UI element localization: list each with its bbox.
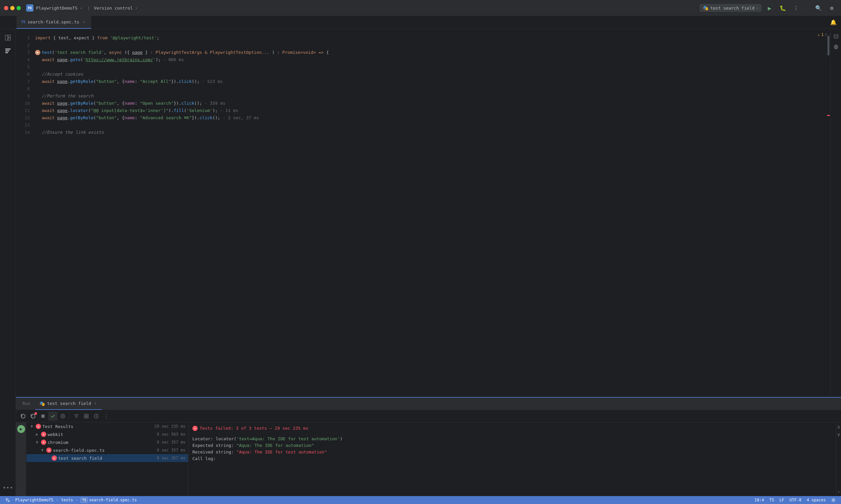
globe-icon[interactable]	[831, 42, 841, 52]
more-actions-button[interactable]: ⋮	[791, 3, 801, 13]
side-run-panel: ▶	[16, 422, 27, 496]
vc-dropdown[interactable]: ▾	[136, 6, 138, 10]
code-line-9: //Perform the search	[35, 92, 826, 100]
chromium-time: 9 sec 357 ms	[157, 440, 186, 445]
spec-fail-icon: ✕	[46, 448, 52, 453]
status-filetype[interactable]: TS	[767, 498, 776, 502]
run-config-dropdown[interactable]: ▾	[756, 6, 758, 10]
minimize-button[interactable]	[10, 6, 15, 10]
svg-rect-2	[8, 38, 11, 40]
expand-button[interactable]	[82, 412, 91, 421]
panel-tab-run[interactable]: Run	[18, 398, 34, 410]
code-line-3: ▶ test('test search field', async ({ pag…	[35, 49, 826, 56]
svg-point-17	[8, 500, 9, 502]
test-search-field[interactable]: ✕ test search field 9 sec 357 ms	[27, 454, 188, 462]
breakpoint-indicator[interactable]: ▶	[35, 50, 40, 55]
database-icon[interactable]	[831, 32, 841, 41]
code-line-6: //Accept cookies	[35, 71, 826, 78]
run-config-name: test search field	[710, 6, 754, 11]
code-line-1: import { test, expect } from '@playwrigh…	[35, 34, 826, 42]
toggle-root[interactable]: ▼	[29, 424, 34, 429]
sidebar-item-project[interactable]	[2, 32, 14, 43]
svg-point-18	[833, 499, 834, 501]
svg-rect-14	[87, 416, 88, 418]
code-line-10: await page.getByRole("button", {name: "O…	[35, 100, 826, 107]
warning-count: 1	[821, 32, 823, 37]
restart-button[interactable]	[18, 412, 28, 421]
panel-tab-close-button[interactable]: ✕	[93, 401, 98, 406]
status-breadcrumb-tests[interactable]: tests	[58, 496, 76, 504]
status-settings-icon[interactable]	[828, 498, 838, 502]
status-project[interactable]: PlaywrightDemoTS	[13, 496, 56, 504]
status-breadcrumb-file[interactable]: TS search-field.spec.ts	[78, 496, 139, 504]
run-configuration[interactable]: 🎭 test search field ▾	[700, 4, 762, 12]
done-button[interactable]	[48, 412, 57, 421]
tab-bar: TS search-field.spec.ts ✕ 🔔	[0, 16, 841, 29]
close-button[interactable]	[4, 6, 8, 10]
run-test-button[interactable]: ▶	[17, 425, 25, 433]
toggle-webkit[interactable]: ▶	[34, 432, 40, 437]
svg-rect-0	[5, 35, 7, 40]
sidebar-item-structure[interactable]	[2, 45, 14, 57]
app-name: PlaywrightDemoTS	[36, 6, 78, 11]
test-chromium[interactable]: ▼ ✕ chromium 9 sec 357 ms	[27, 438, 188, 446]
status-indentation-label: 4 spaces	[807, 498, 826, 502]
panel-tab-test-search[interactable]: 🎭 test search field ✕	[35, 398, 102, 410]
editor-container: 1 2 3 4 5 6 7 8 9 10 11 12 13 14 import …	[16, 29, 841, 397]
code-content[interactable]: import { test, expect } from '@playwrigh…	[32, 29, 826, 397]
svg-rect-4	[5, 51, 9, 52]
test-webkit[interactable]: ▶ ✕ webkit 9 sec 563 ms	[27, 430, 188, 438]
notification-button[interactable]: 🔔	[828, 18, 838, 28]
maximize-button[interactable]	[17, 6, 21, 10]
settings-button[interactable]: ⚙	[826, 3, 837, 13]
status-line-ending-label: LF	[779, 498, 784, 502]
svg-point-16	[6, 498, 7, 500]
time-button[interactable]	[91, 412, 101, 421]
editor-scrollbar[interactable]	[826, 29, 830, 397]
log-line-1: Locator: locator('text=Aqua: The IDE for…	[192, 436, 832, 442]
svg-rect-13	[84, 416, 86, 418]
scroll-down-button[interactable]: ∨	[837, 431, 840, 438]
filter-button[interactable]	[72, 412, 81, 421]
panel-toolbar: ⋮	[16, 410, 841, 422]
tab-close-button[interactable]: ✕	[81, 19, 87, 25]
app-name-dropdown[interactable]: ▾	[80, 6, 82, 10]
test-spec-file[interactable]: ▼ ✕ search-field.spec.ts 9 sec 357 ms	[27, 446, 188, 454]
version-control-label[interactable]: Version control	[94, 6, 133, 11]
status-file-label: search-field.spec.ts	[89, 498, 137, 502]
warning-icon: ⚠	[818, 32, 820, 37]
main-area: ••• 1 2 3 4 5 6 7 8 9 10 11 12 13 14	[0, 29, 841, 496]
window-controls	[4, 6, 21, 10]
search-button[interactable]: 🔍	[813, 3, 824, 13]
run-button[interactable]: ▶	[764, 3, 775, 13]
panel-tab-run-label: Run	[22, 401, 30, 406]
status-git-icon[interactable]	[3, 496, 13, 504]
panel-content: ▶ ▼ ✕ Test Results 29 sec 235 ms ▶ ✕	[16, 422, 841, 496]
svg-rect-12	[87, 414, 88, 416]
webkit-label: webkit	[48, 432, 155, 437]
debug-button[interactable]: 🐛	[777, 3, 788, 13]
code-area: 1 2 3 4 5 6 7 8 9 10 11 12 13 14 import …	[16, 29, 841, 496]
toggle-spec[interactable]: ▼	[40, 448, 45, 453]
debug-badge	[34, 412, 37, 415]
toggle-chromium[interactable]: ▼	[34, 439, 40, 445]
code-line-7: await page.getByRole("button", {name: "A…	[35, 78, 826, 85]
code-line-2	[35, 42, 826, 49]
scrollbar-thumb[interactable]	[827, 36, 829, 55]
status-position[interactable]: 18:4	[752, 498, 767, 502]
scroll-up-button[interactable]: ∧	[837, 424, 840, 430]
error-mark	[827, 115, 830, 116]
more-button[interactable]: ⋮	[102, 412, 111, 421]
sidebar-item-more[interactable]: •••	[2, 482, 14, 493]
status-encoding[interactable]: UTF-8	[787, 498, 804, 502]
expand-right-button[interactable]: ›	[837, 488, 840, 495]
stop-button[interactable]	[38, 412, 48, 421]
status-line-ending[interactable]: LF	[777, 498, 787, 502]
test-results-root[interactable]: ▼ ✕ Test Results 29 sec 235 ms	[27, 422, 188, 430]
spec-time: 9 sec 357 ms	[157, 448, 186, 452]
restart-debug-button[interactable]	[29, 412, 38, 421]
svg-rect-11	[84, 414, 86, 416]
tab-search-field-spec[interactable]: TS search-field.spec.ts ✕	[17, 16, 91, 29]
status-indentation[interactable]: 4 spaces	[804, 498, 828, 502]
cancel-button[interactable]	[58, 412, 67, 421]
